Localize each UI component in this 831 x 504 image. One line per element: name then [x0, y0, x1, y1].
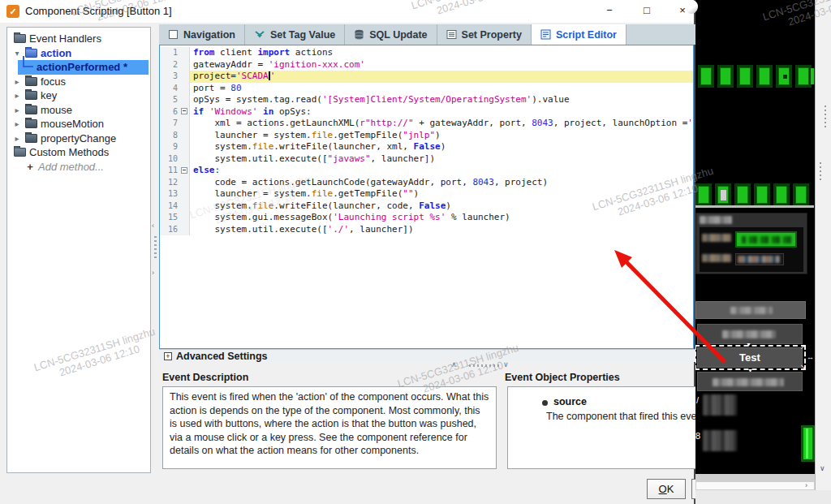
code-line[interactable]: 11else: — [160, 165, 693, 177]
tab-script-editor[interactable]: Script Editor — [532, 24, 626, 45]
test-button[interactable]: Test — [697, 347, 803, 368]
event-handlers-tree: Event Handlers▾actionactionPerformed *▸f… — [6, 27, 151, 473]
led-indicator — [776, 65, 792, 88]
code-line[interactable]: 13 launcher = system.file.getTempFile(""… — [160, 188, 693, 200]
expand-plus-icon[interactable]: + — [164, 352, 172, 360]
fold-column — [180, 141, 190, 153]
code-line[interactable]: 12 code = actions.getLaunchCode(gatewayA… — [160, 177, 693, 189]
line-number: 10 — [160, 153, 180, 166]
code-line[interactable]: 9 system.file.writeFile(launcher, xml, F… — [160, 141, 693, 153]
tree-item-mouse[interactable]: ▸mouse — [7, 103, 150, 118]
code-line[interactable]: 7 xml = actions.getLaunchXML(r"http://" … — [160, 118, 693, 130]
resize-handle-e-icon[interactable]: ↔ — [807, 354, 814, 361]
led-indicator — [756, 65, 773, 88]
code-line[interactable]: 8 launcher = system.file.getTempFile("jn… — [160, 130, 693, 142]
vertical-splitter[interactable]: ‹ › — [151, 27, 159, 473]
collapse-right-icon[interactable]: › — [152, 269, 154, 277]
code-line[interactable]: 3project='SCADA' — [160, 71, 693, 83]
blurred-label — [702, 234, 731, 242]
led-indicator — [737, 65, 753, 88]
collapsed-expander-icon[interactable]: ▸ — [12, 91, 22, 100]
led-indicator — [773, 183, 790, 206]
fold-column — [180, 165, 190, 177]
scroll-right-icon[interactable]: › — [805, 481, 807, 489]
blurred-label — [700, 216, 732, 224]
tree-item-event-handlers[interactable]: Event Handlers — [7, 32, 150, 46]
collapse-left-icon[interactable]: ‹ — [152, 222, 154, 230]
code-line[interactable]: 14 system.file.writeFile(launcher, code,… — [160, 200, 693, 213]
maximize-button[interactable]: □ — [635, 2, 659, 19]
code-line[interactable]: 15 system.gui.messageBox('Launching scri… — [160, 212, 693, 224]
fold-collapse-icon[interactable] — [181, 167, 187, 174]
code-line[interactable]: 2gatewayAddr = 'ignition-xxx.com' — [160, 59, 693, 71]
horizontal-splitter[interactable]: ∧ ∨ — [159, 362, 695, 370]
code-line[interactable]: 6if 'Windows' in opSys: — [160, 106, 693, 118]
tree-item-focus[interactable]: ▸focus — [7, 75, 150, 89]
event-object-properties-box: source The component that fired this eve… — [507, 386, 702, 469]
expanded-expander-icon[interactable]: ▾ — [12, 49, 22, 58]
splitter-grip[interactable] — [469, 364, 500, 367]
scrollbar-grip[interactable] — [825, 106, 826, 128]
status-subpanel-body — [700, 227, 803, 272]
fold-column — [180, 59, 190, 71]
blurred-label — [702, 254, 731, 262]
collapsed-expander-icon[interactable]: ▸ — [12, 134, 22, 143]
tab-set-property[interactable]: Set Property — [437, 24, 532, 45]
blurred-label — [713, 378, 784, 386]
fold-column — [180, 71, 190, 83]
tree-item-custom-methods[interactable]: Custom Methods — [7, 145, 150, 160]
horizontal-scrollbar[interactable]: › — [695, 481, 815, 490]
tree-item-actionperformed[interactable]: actionPerformed * — [7, 60, 150, 75]
fold-collapse-icon[interactable] — [181, 108, 187, 114]
tab-label: Set Tag Value — [270, 29, 335, 41]
line-number: 11 — [160, 165, 180, 177]
code-text: launcher = system.file.getTempFile("jnlp… — [190, 130, 693, 142]
tree-item-mousemotion[interactable]: ▸mouseMotion — [7, 117, 150, 131]
code-line[interactable]: 5opSys = system.tag.read('[System]Client… — [160, 94, 693, 106]
scrollbar-grip[interactable] — [820, 162, 821, 180]
code-area: 1from client import actions2gatewayAddr … — [160, 47, 693, 235]
eight-label: 8 — [695, 431, 700, 441]
collapsed-expander-icon[interactable]: ▸ — [12, 77, 22, 86]
tab-navigation[interactable]: Navigation — [159, 24, 245, 45]
scrollbar-track[interactable] — [695, 474, 815, 481]
fold-column — [180, 130, 190, 142]
folder-closed-icon — [25, 106, 37, 114]
tree-item-propertychange[interactable]: ▸propertyChange — [7, 131, 150, 146]
tree-item-label: action — [41, 47, 71, 59]
line-number: 2 — [160, 59, 180, 71]
code-text: system.file.writeFile(launcher, code, Fa… — [190, 200, 693, 213]
code-line[interactable]: 4port = 80 — [160, 83, 693, 95]
collapse-up-icon[interactable]: ∧ — [451, 360, 457, 368]
code-text: gatewayAddr = 'ignition-xxx.com' — [190, 59, 693, 71]
tree-item-key[interactable]: ▸key — [7, 88, 150, 103]
folder-open-icon — [14, 148, 26, 157]
code-text: from client import actions — [190, 47, 693, 59]
folder-closed-icon — [25, 134, 37, 143]
fold-column — [180, 83, 190, 95]
collapsed-expander-icon[interactable]: ▸ — [12, 119, 22, 128]
script-editor[interactable]: 1from client import actions2gatewayAddr … — [159, 45, 694, 349]
slash-label: / — [696, 395, 699, 405]
led-indicator — [695, 183, 712, 206]
scroll-down-icon[interactable]: ∨ — [820, 464, 825, 472]
collapse-down-icon[interactable]: ∨ — [503, 360, 509, 368]
ok-button[interactable]: OK — [647, 479, 686, 499]
tab-sql-update[interactable]: SQL Update — [345, 24, 437, 45]
fold-column — [180, 106, 190, 118]
resize-handle-se-icon[interactable]: ↘ — [800, 364, 807, 371]
blurred-button[interactable] — [697, 372, 803, 391]
fold-column — [180, 200, 190, 213]
splitter-grip[interactable] — [154, 236, 157, 261]
tab-set-tag-value[interactable]: Set Tag Value — [245, 24, 345, 45]
code-line[interactable]: 16 system.util.execute(['./', launcher]) — [160, 224, 693, 236]
code-line[interactable]: 1from client import actions — [160, 47, 693, 59]
collapsed-expander-icon[interactable]: ▸ — [12, 106, 22, 114]
component-scripting-dialog: ✓ Component Scripting [Button 1] − □ × E… — [0, 0, 695, 504]
advanced-settings-toggle[interactable]: + Advanced Settings — [159, 349, 695, 362]
code-line[interactable]: 10 system.util.execute(["javaws", launch… — [160, 153, 693, 166]
tree-item-add-method[interactable]: +Add method... — [7, 160, 150, 174]
resize-handle-ne-icon[interactable]: ↗ — [800, 343, 807, 351]
minimize-button[interactable]: − — [597, 2, 622, 19]
vertical-scrollbar[interactable]: ∨ — [815, 0, 831, 490]
